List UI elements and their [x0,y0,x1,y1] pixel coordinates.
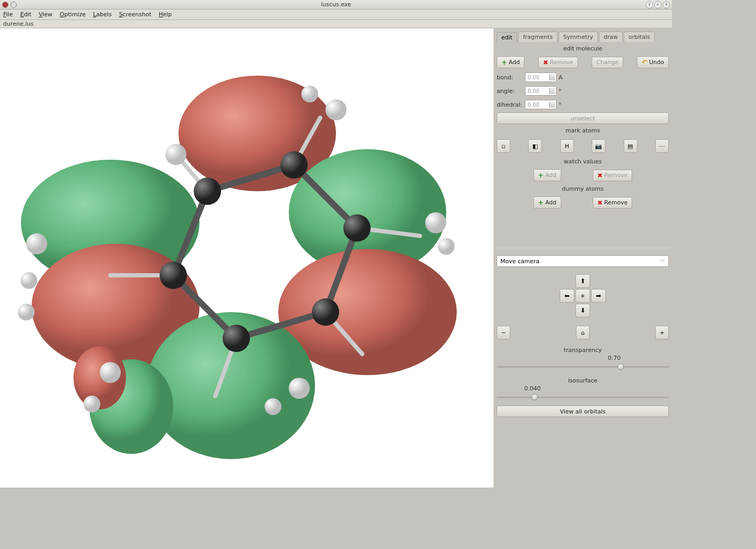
tab-edit[interactable]: edit [497,32,517,43]
camera-up-button[interactable]: ⬆ [575,274,590,288]
add-btn-label: Add [509,59,520,66]
remove-button[interactable]: ✖Remove [538,57,578,68]
angle-label: angle: [497,88,523,95]
camera-mode-dropdown[interactable]: Move camera ﹀ [497,255,669,267]
tab-orbitals[interactable]: orbitals [624,32,655,42]
mark-btn-1[interactable]: ▫ [497,139,510,153]
mark-icon-2: ◧ [532,143,538,150]
menu-edit[interactable]: Edit [20,11,31,18]
svg-point-23 [312,298,339,326]
unselect-button[interactable]: unselect [497,112,669,124]
menu-optimize[interactable]: Optimize [60,11,86,18]
angle-input[interactable]: 0.00 [525,86,556,96]
slider-thumb[interactable] [531,394,538,400]
undo-btn-label: Undo [649,59,664,66]
mark-atoms-title: mark atoms [497,127,669,134]
dihedral-unit: ° [559,101,562,108]
bond-input[interactable]: 0.00 [525,72,556,82]
app-icon [2,2,8,8]
svg-point-33 [100,362,121,383]
watch-add-label: Add [545,172,556,179]
zoom-in-button[interactable]: + [655,326,669,339]
mark-h-label: H [565,143,569,150]
svg-point-21 [280,151,308,179]
change-button[interactable]: Change [592,57,623,68]
svg-point-25 [160,262,187,289]
svg-point-35 [26,233,47,254]
svg-point-20 [194,178,221,205]
isosurface-label: isosurface [497,377,669,384]
dummy-remove-label: Remove [604,199,628,206]
mark-btn-6[interactable]: ⋯ [655,139,669,153]
minimize-button[interactable]: ∨ [646,1,653,8]
camera-arrow-pad: ⬆ ⬅ ✳ ➡ ⬇ [497,274,669,317]
edit-molecule-title: edit molecule [497,45,669,52]
camera-left-button[interactable]: ⬅ [560,289,574,303]
menu-screenshot[interactable]: Screenshot [119,11,152,18]
tab-fragments[interactable]: fragments [518,32,558,42]
menu-help[interactable]: Help [159,11,172,18]
watch-remove-button[interactable]: ✖Remove [593,170,633,181]
isosurface-value: 0.040 [497,385,669,392]
svg-point-27 [326,99,346,120]
slider-thumb[interactable] [617,364,624,370]
delete-icon: ✖ [597,199,603,206]
tab-draw[interactable]: draw [599,32,623,42]
svg-point-28 [301,86,318,102]
svg-point-31 [289,378,310,399]
transparency-value: 0.70 [497,355,669,361]
add-button[interactable]: +Add [497,56,524,68]
plus-icon: + [538,199,544,206]
view-all-label: View all orbitals [560,408,605,415]
window-titlebar: luscus.exe ∨ ∧ × [0,0,672,9]
minus-icon: − [501,329,506,336]
zoom-reset-button[interactable]: ⌂ [576,326,590,339]
dihedral-label: dihedral: [497,101,523,108]
camera-center-button[interactable]: ✳ [575,289,590,303]
panel-tabs: edit fragments Symmetry draw orbitals [497,32,669,42]
svg-point-22 [343,214,371,242]
remove-btn-label: Remove [550,59,573,66]
dihedral-input[interactable]: 0.00 [525,100,556,109]
tab-symmetry[interactable]: Symmetry [559,32,598,42]
window-title: luscus.exe [321,1,351,8]
mark-btn-h[interactable]: H [560,139,574,153]
mark-btn-5[interactable]: ▤ [624,139,637,153]
unselect-label: unselect [571,115,595,122]
bond-unit: A [559,74,563,81]
transparency-slider[interactable] [497,362,669,371]
undo-icon: ↶ [642,58,647,66]
menu-labels[interactable]: Labels [93,11,111,18]
panel-separator [494,247,672,249]
svg-point-34 [83,396,100,412]
dummy-add-label: Add [545,199,556,206]
zoom-out-button[interactable]: − [497,326,510,339]
molecule-viewport[interactable] [0,28,494,488]
menu-file[interactable]: File [3,11,13,18]
close-button[interactable]: × [663,1,670,8]
camera-right-button[interactable]: ➡ [591,289,606,303]
watch-add-button[interactable]: +Add [533,169,561,181]
camera-down-button[interactable]: ⬇ [575,304,590,317]
orbital-rendering [0,28,494,488]
camera-icon: 📷 [595,143,602,150]
mark-icon-6: ⋯ [659,143,665,150]
isosurface-slider[interactable] [497,393,669,401]
menubar: File Edit View Optimize Labels Screensho… [0,9,672,20]
dummy-remove-button[interactable]: ✖Remove [593,197,633,209]
dummy-add-button[interactable]: +Add [533,196,561,209]
menu-view[interactable]: View [39,11,52,18]
view-all-orbitals-button[interactable]: View all orbitals [497,406,669,417]
maximize-button[interactable]: ∧ [654,1,662,8]
svg-point-37 [18,304,35,320]
dummy-atoms-title: dummy atoms [497,185,669,192]
mark-btn-2[interactable]: ◧ [528,139,542,153]
reset-icon: ⌂ [581,329,585,336]
chevron-down-icon: ﹀ [660,257,665,265]
bond-label: bond: [497,74,523,81]
svg-point-29 [425,212,446,233]
undo-button[interactable]: ↶Undo [637,56,669,68]
svg-point-36 [20,272,37,289]
watch-values-title: watch values [497,158,669,165]
mark-btn-camera[interactable]: 📷 [592,139,605,153]
